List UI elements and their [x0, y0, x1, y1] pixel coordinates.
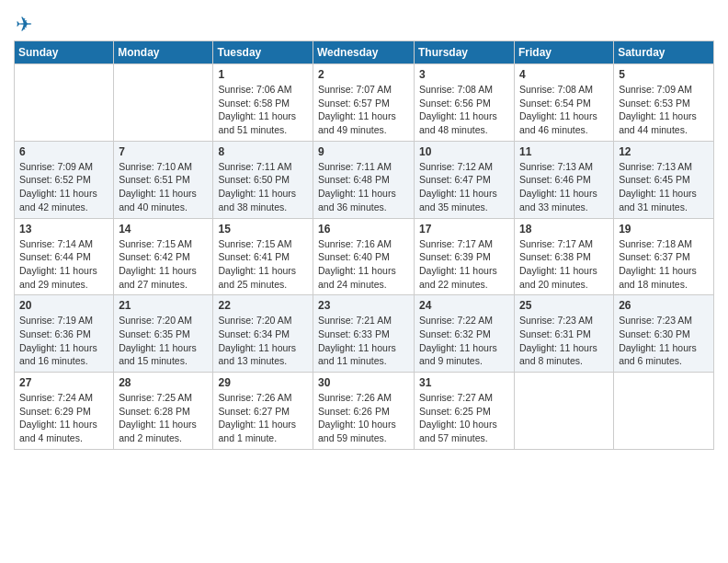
calendar-week-1: 1Sunrise: 7:06 AM Sunset: 6:58 PM Daylig…	[15, 64, 714, 142]
day-number: 15	[218, 223, 308, 236]
day-details: Sunrise: 7:21 AM Sunset: 6:33 PM Dayligh…	[318, 314, 409, 368]
day-number: 1	[218, 68, 308, 81]
calendar-cell: 23Sunrise: 7:21 AM Sunset: 6:33 PM Dayli…	[313, 295, 415, 373]
logo-bird-icon: ✈	[16, 13, 32, 37]
day-number: 30	[318, 376, 409, 389]
day-number: 16	[318, 223, 409, 236]
calendar-week-2: 6Sunrise: 7:09 AM Sunset: 6:52 PM Daylig…	[15, 141, 714, 218]
day-number: 25	[519, 299, 609, 312]
day-details: Sunrise: 7:27 AM Sunset: 6:25 PM Dayligh…	[419, 391, 509, 445]
calendar-cell: 13Sunrise: 7:14 AM Sunset: 6:44 PM Dayli…	[15, 218, 114, 295]
day-details: Sunrise: 7:08 AM Sunset: 6:56 PM Dayligh…	[419, 83, 509, 137]
day-details: Sunrise: 7:11 AM Sunset: 6:48 PM Dayligh…	[318, 160, 409, 214]
day-details: Sunrise: 7:15 AM Sunset: 6:42 PM Dayligh…	[119, 237, 208, 292]
calendar-cell	[614, 373, 714, 450]
calendar-cell: 29Sunrise: 7:26 AM Sunset: 6:27 PM Dayli…	[213, 373, 313, 450]
day-number: 11	[519, 145, 609, 158]
day-number: 29	[218, 376, 308, 389]
day-details: Sunrise: 7:09 AM Sunset: 6:52 PM Dayligh…	[19, 160, 108, 214]
header-day-sunday: Sunday	[15, 41, 114, 64]
calendar-cell	[515, 373, 614, 450]
day-number: 2	[318, 68, 409, 81]
calendar-cell: 25Sunrise: 7:23 AM Sunset: 6:31 PM Dayli…	[515, 295, 614, 373]
header-row: SundayMondayTuesdayWednesdayThursdayFrid…	[15, 41, 714, 64]
day-number: 20	[19, 299, 108, 312]
calendar-cell: 2Sunrise: 7:07 AM Sunset: 6:57 PM Daylig…	[313, 64, 415, 142]
header-day-tuesday: Tuesday	[213, 41, 313, 64]
calendar-cell: 7Sunrise: 7:10 AM Sunset: 6:51 PM Daylig…	[114, 141, 213, 218]
day-details: Sunrise: 7:20 AM Sunset: 6:34 PM Dayligh…	[218, 314, 308, 368]
day-number: 28	[119, 376, 208, 389]
day-details: Sunrise: 7:18 AM Sunset: 6:37 PM Dayligh…	[619, 237, 709, 292]
day-number: 3	[419, 68, 509, 81]
day-number: 26	[619, 299, 709, 312]
day-number: 18	[519, 223, 609, 236]
header-day-saturday: Saturday	[614, 41, 714, 64]
header-day-wednesday: Wednesday	[313, 41, 415, 64]
day-details: Sunrise: 7:07 AM Sunset: 6:57 PM Dayligh…	[318, 83, 409, 137]
calendar-cell: 4Sunrise: 7:08 AM Sunset: 6:54 PM Daylig…	[515, 64, 614, 142]
calendar-cell: 27Sunrise: 7:24 AM Sunset: 6:29 PM Dayli…	[15, 373, 114, 450]
day-details: Sunrise: 7:11 AM Sunset: 6:50 PM Dayligh…	[218, 160, 308, 214]
day-number: 10	[419, 145, 509, 158]
logo: ✈	[14, 9, 32, 37]
day-details: Sunrise: 7:26 AM Sunset: 6:27 PM Dayligh…	[218, 391, 308, 445]
day-details: Sunrise: 7:13 AM Sunset: 6:45 PM Dayligh…	[619, 160, 709, 214]
calendar-cell: 14Sunrise: 7:15 AM Sunset: 6:42 PM Dayli…	[114, 218, 213, 295]
day-details: Sunrise: 7:13 AM Sunset: 6:46 PM Dayligh…	[519, 160, 609, 214]
day-number: 9	[318, 145, 409, 158]
day-number: 7	[119, 145, 208, 158]
day-number: 23	[318, 299, 409, 312]
calendar-cell: 26Sunrise: 7:23 AM Sunset: 6:30 PM Dayli…	[614, 295, 714, 373]
day-number: 5	[619, 68, 709, 81]
day-number: 21	[119, 299, 208, 312]
header-day-thursday: Thursday	[415, 41, 515, 64]
calendar-header: SundayMondayTuesdayWednesdayThursdayFrid…	[15, 41, 714, 64]
day-details: Sunrise: 7:08 AM Sunset: 6:54 PM Dayligh…	[519, 83, 609, 137]
calendar-table: SundayMondayTuesdayWednesdayThursdayFrid…	[14, 40, 714, 450]
calendar-cell: 31Sunrise: 7:27 AM Sunset: 6:25 PM Dayli…	[415, 373, 515, 450]
calendar-week-4: 20Sunrise: 7:19 AM Sunset: 6:36 PM Dayli…	[15, 295, 714, 373]
header-day-monday: Monday	[114, 41, 213, 64]
day-details: Sunrise: 7:19 AM Sunset: 6:36 PM Dayligh…	[19, 314, 108, 368]
calendar-cell: 5Sunrise: 7:09 AM Sunset: 6:53 PM Daylig…	[614, 64, 714, 142]
calendar-cell: 10Sunrise: 7:12 AM Sunset: 6:47 PM Dayli…	[415, 141, 515, 218]
calendar-cell: 21Sunrise: 7:20 AM Sunset: 6:35 PM Dayli…	[114, 295, 213, 373]
day-details: Sunrise: 7:09 AM Sunset: 6:53 PM Dayligh…	[619, 83, 709, 137]
calendar-cell: 24Sunrise: 7:22 AM Sunset: 6:32 PM Dayli…	[415, 295, 515, 373]
header-day-friday: Friday	[515, 41, 614, 64]
calendar-cell: 20Sunrise: 7:19 AM Sunset: 6:36 PM Dayli…	[15, 295, 114, 373]
calendar-cell: 11Sunrise: 7:13 AM Sunset: 6:46 PM Dayli…	[515, 141, 614, 218]
calendar-cell: 18Sunrise: 7:17 AM Sunset: 6:38 PM Dayli…	[515, 218, 614, 295]
calendar-cell: 3Sunrise: 7:08 AM Sunset: 6:56 PM Daylig…	[415, 64, 515, 142]
day-details: Sunrise: 7:16 AM Sunset: 6:40 PM Dayligh…	[318, 237, 409, 292]
day-details: Sunrise: 7:20 AM Sunset: 6:35 PM Dayligh…	[119, 314, 208, 368]
day-number: 12	[619, 145, 709, 158]
calendar-cell	[15, 64, 114, 142]
day-details: Sunrise: 7:23 AM Sunset: 6:30 PM Dayligh…	[619, 314, 709, 368]
calendar-week-5: 27Sunrise: 7:24 AM Sunset: 6:29 PM Dayli…	[15, 373, 714, 450]
calendar-cell: 8Sunrise: 7:11 AM Sunset: 6:50 PM Daylig…	[213, 141, 313, 218]
calendar-cell: 16Sunrise: 7:16 AM Sunset: 6:40 PM Dayli…	[313, 218, 415, 295]
calendar-cell: 15Sunrise: 7:15 AM Sunset: 6:41 PM Dayli…	[213, 218, 313, 295]
day-number: 17	[419, 223, 509, 236]
day-details: Sunrise: 7:06 AM Sunset: 6:58 PM Dayligh…	[218, 83, 308, 137]
day-details: Sunrise: 7:17 AM Sunset: 6:39 PM Dayligh…	[419, 237, 509, 292]
day-number: 22	[218, 299, 308, 312]
day-details: Sunrise: 7:22 AM Sunset: 6:32 PM Dayligh…	[419, 314, 509, 368]
calendar-body: 1Sunrise: 7:06 AM Sunset: 6:58 PM Daylig…	[15, 64, 714, 450]
day-number: 27	[19, 376, 108, 389]
day-details: Sunrise: 7:23 AM Sunset: 6:31 PM Dayligh…	[519, 314, 609, 368]
day-number: 8	[218, 145, 308, 158]
day-details: Sunrise: 7:14 AM Sunset: 6:44 PM Dayligh…	[19, 237, 108, 292]
day-details: Sunrise: 7:17 AM Sunset: 6:38 PM Dayligh…	[519, 237, 609, 292]
calendar-cell: 1Sunrise: 7:06 AM Sunset: 6:58 PM Daylig…	[213, 64, 313, 142]
calendar-week-3: 13Sunrise: 7:14 AM Sunset: 6:44 PM Dayli…	[15, 218, 714, 295]
day-details: Sunrise: 7:12 AM Sunset: 6:47 PM Dayligh…	[419, 160, 509, 214]
calendar-cell: 28Sunrise: 7:25 AM Sunset: 6:28 PM Dayli…	[114, 373, 213, 450]
day-details: Sunrise: 7:26 AM Sunset: 6:26 PM Dayligh…	[318, 391, 409, 445]
calendar-cell: 22Sunrise: 7:20 AM Sunset: 6:34 PM Dayli…	[213, 295, 313, 373]
day-number: 14	[119, 223, 208, 236]
calendar-cell: 17Sunrise: 7:17 AM Sunset: 6:39 PM Dayli…	[415, 218, 515, 295]
calendar-cell: 6Sunrise: 7:09 AM Sunset: 6:52 PM Daylig…	[15, 141, 114, 218]
